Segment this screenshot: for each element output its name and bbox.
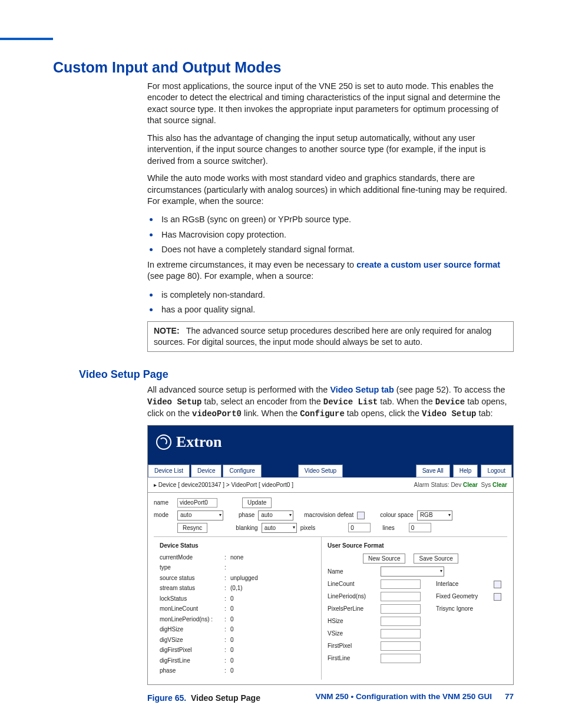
usf-input[interactable] (381, 641, 421, 651)
note-text: The advanced source setup procedures des… (154, 326, 491, 347)
mono-text: Video Setup (422, 409, 476, 419)
mode-select[interactable]: auto (177, 510, 223, 521)
tab-device[interactable]: Device (191, 465, 222, 477)
tab-device-list[interactable]: Device List (148, 465, 190, 477)
logo-icon (156, 434, 171, 450)
status-key: digHSize (160, 625, 224, 634)
pixels-field[interactable]: 0 (348, 523, 371, 532)
text: link. When the (242, 409, 300, 418)
logout-button[interactable]: Logout (481, 465, 512, 477)
phase-label: phase (239, 511, 254, 519)
text: tab: (476, 409, 492, 418)
usf-right-label: Interlace (436, 580, 489, 588)
note-label: NOTE: (154, 326, 180, 335)
save-source-button[interactable]: Save Source (414, 554, 458, 564)
mono-text: videoPort0 (192, 409, 242, 419)
status-value: 0 (230, 636, 315, 644)
body-content: For most applications, the source input … (147, 81, 514, 352)
brand-logo: Extron (156, 431, 505, 452)
status-key: type (160, 564, 224, 572)
device-status-title: Device Status (160, 542, 315, 550)
note-box: NOTE: The advanced source setup procedur… (147, 321, 514, 352)
resync-button[interactable]: Resync (177, 523, 207, 533)
page-footer: VNM 250 • Configuration with the VNM 250… (315, 692, 514, 701)
colour-space-select[interactable]: RGB (417, 510, 452, 521)
bullet-item: Does not have a completely standard sign… (159, 243, 514, 255)
text: All advanced source setup is performed w… (147, 385, 330, 394)
para-3: While the auto mode works with most stan… (147, 173, 514, 207)
usf-label: Name (328, 568, 376, 576)
pixels-label: pixels (300, 524, 316, 532)
usf-input[interactable] (381, 579, 421, 589)
page-heading: Custom Input and Output Modes (53, 59, 514, 76)
status-value: 0 (230, 646, 315, 654)
name-label: name (154, 499, 174, 507)
tab-video-setup[interactable]: Video Setup (298, 465, 343, 477)
text: tab. When the (378, 397, 435, 406)
status-key: phase (160, 667, 224, 675)
help-button[interactable]: Help (453, 465, 478, 477)
usf-right-label: Trisync Ignore (436, 605, 489, 613)
status-key: stream status (160, 584, 224, 592)
usf-input[interactable] (381, 654, 421, 663)
bullet-item: has a poor quality signal. (159, 303, 514, 315)
status-value: (0,1) (230, 584, 315, 592)
video-setup-tab-link[interactable]: Video Setup tab (330, 385, 394, 394)
device-status-panel: Device Status currentMode:nonetype:sourc… (154, 537, 321, 680)
usf-label: VSize (328, 630, 376, 638)
phase-select[interactable]: auto (258, 510, 293, 521)
status-key: lockStatus (160, 595, 224, 603)
tab-configure[interactable]: Configure (223, 465, 261, 477)
usf-input[interactable] (381, 617, 421, 626)
blanking-label: blanking (236, 524, 257, 532)
save-all-button[interactable]: Save All (416, 465, 450, 477)
status-value: none (230, 554, 315, 562)
usf-checkbox[interactable] (494, 593, 501, 601)
status-value: 0 (230, 595, 315, 603)
gui-tab-bar: Device List Device Configure Video Setup… (148, 465, 513, 477)
macrovision-checkbox[interactable] (357, 512, 365, 519)
embedded-gui-screenshot: Extron Device List Device Configure Vide… (147, 425, 514, 684)
dev-clear-link[interactable]: Clear (463, 482, 478, 488)
blanking-select[interactable]: auto (262, 523, 297, 533)
usf-name-select[interactable] (381, 566, 444, 577)
status-key: digVSize (160, 636, 224, 644)
usf-input[interactable] (381, 592, 421, 601)
bullet-list-1: Is an RGsB (sync on green) or YPrPb sour… (147, 213, 514, 255)
status-value: 0 (230, 657, 315, 665)
user-source-format-panel: User Source Format New Source Save Sourc… (321, 537, 507, 680)
gui-header: Extron (148, 426, 513, 464)
colour-space-label: colour space (380, 511, 414, 519)
status-value: 0 (230, 667, 315, 675)
usf-checkbox[interactable] (494, 581, 501, 588)
para-1: For most applications, the source input … (147, 81, 514, 127)
text: (see page 80). For example, when a sourc… (147, 271, 313, 281)
accent-bar (0, 38, 53, 40)
usf-input[interactable] (381, 604, 421, 614)
sys-clear-link[interactable]: Clear (492, 482, 507, 488)
alarm-status: Alarm Status: Dev Clear Sys Clear (414, 481, 507, 489)
status-key: currentMode (160, 554, 224, 562)
para-2: This also has the advantage of changing … (147, 133, 514, 167)
usf-label: HSize (328, 617, 376, 625)
status-value: 0 (230, 615, 315, 624)
status-value: 0 (230, 605, 315, 613)
lines-field[interactable]: 0 (409, 523, 431, 532)
update-button[interactable]: Update (242, 498, 272, 508)
status-key: monLinePeriod(ns) : (160, 615, 224, 624)
usf-label: FirstLine (328, 654, 376, 663)
usf-input[interactable] (381, 629, 421, 638)
status-value: unplugged (230, 574, 315, 582)
bullet-item: Has Macrovision copy protection. (159, 228, 514, 241)
create-custom-format-link[interactable]: create a custom user source format (356, 260, 500, 269)
lines-label: lines (382, 524, 395, 532)
text: tab opens, click the (345, 409, 422, 418)
mode-label: mode (154, 511, 174, 519)
usf-label: LineCount (328, 580, 376, 588)
new-source-button[interactable]: New Source (363, 554, 405, 564)
para-4: In extreme circumstances, it may even be… (147, 259, 514, 282)
text: tab, select an encoder from the (201, 397, 323, 406)
breadcrumb: ▸ Device [ device2001347 ] > VideoPort [… (154, 481, 293, 489)
name-field[interactable]: videoPort0 (177, 498, 217, 508)
text: In extreme circumstances, it may even be… (147, 260, 356, 269)
